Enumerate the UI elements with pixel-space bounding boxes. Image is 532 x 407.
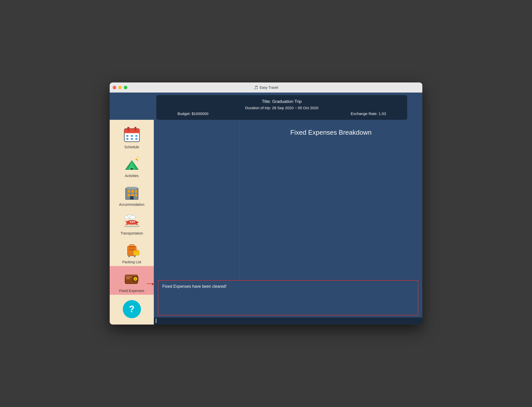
trip-budget-row: Budget: $1000000 Exchange Rate: 1.03 — [162, 111, 401, 116]
fixed-expenses-icon: $ — [122, 268, 142, 288]
titlebar: 🎵 Easy Travel — [110, 82, 422, 93]
left-panel — [154, 120, 240, 278]
arrow-line — [147, 283, 151, 284]
message-text: Fixed Expenses have been cleared! — [162, 284, 226, 288]
packing-list-label: Packing List — [122, 260, 141, 264]
window-title: 🎵 Easy Travel — [254, 85, 278, 90]
fixed-expenses-label: Fixed Expenses — [119, 289, 144, 293]
right-panel: Fixed Expenses Breakdown — [240, 120, 422, 278]
maximize-button[interactable] — [124, 86, 127, 89]
svg-rect-23 — [135, 194, 137, 196]
svg-rect-52 — [126, 278, 130, 279]
budget-info: Budget: $1000000 — [178, 111, 209, 116]
svg-rect-21 — [128, 194, 130, 196]
svg-rect-7 — [135, 135, 137, 137]
breakdown-title: Fixed Expenses Breakdown — [245, 125, 417, 140]
arrow-indicator: ▶ — [147, 282, 155, 286]
sidebar-item-packing-list[interactable]: Packing List — [110, 237, 154, 266]
svg-rect-10 — [135, 138, 137, 140]
sidebar-item-activities[interactable]: Activities — [110, 151, 154, 180]
svg-point-42 — [128, 255, 130, 257]
svg-rect-19 — [131, 190, 134, 193]
transportation-label: Transportation — [121, 231, 143, 235]
content-panel: Fixed Expenses Breakdown ▶ Fixed Expense… — [154, 120, 422, 325]
music-icon: 🎵 — [254, 85, 258, 90]
trip-duration: Duration of trip: 28 Sep 2020 ~ 05 Oct 2… — [162, 106, 401, 110]
sidebar-item-accommodation[interactable]: Accommodation — [110, 180, 154, 209]
close-button[interactable] — [113, 86, 116, 89]
svg-point-12 — [139, 159, 139, 159]
activities-label: Activities — [125, 174, 139, 178]
svg-rect-18 — [128, 190, 130, 193]
svg-rect-20 — [135, 190, 137, 193]
transportation-icon — [122, 211, 142, 231]
svg-rect-3 — [127, 127, 129, 131]
svg-rect-8 — [126, 138, 128, 140]
activities-icon — [122, 153, 142, 173]
sidebar: Schedule — [110, 120, 154, 325]
svg-rect-51 — [126, 277, 131, 278]
sidebar-item-transportation[interactable]: Transportation — [110, 209, 154, 237]
trip-header: Title: Graduation Trip Duration of trip:… — [156, 95, 407, 120]
main-content: Schedule — [110, 120, 422, 325]
trip-title: Title: Graduation Trip — [162, 99, 401, 104]
svg-rect-17 — [127, 187, 137, 189]
bottom-input[interactable] — [154, 317, 422, 325]
cursor — [156, 318, 156, 323]
svg-rect-6 — [131, 135, 133, 137]
app-window: 🎵 Easy Travel Title: Graduation Trip Dur… — [110, 82, 422, 325]
svg-rect-4 — [134, 127, 136, 131]
accommodation-label: Accommodation — [119, 202, 144, 207]
svg-point-32 — [130, 221, 131, 223]
svg-point-13 — [138, 156, 139, 157]
sidebar-item-schedule[interactable]: Schedule — [110, 122, 154, 151]
message-container: ▶ Fixed Expenses have been cleared! — [154, 278, 422, 317]
svg-rect-9 — [131, 138, 133, 140]
svg-point-34 — [133, 221, 135, 223]
svg-point-43 — [134, 255, 136, 257]
arrow-head: ▶ — [152, 282, 155, 286]
help-button[interactable]: ? — [123, 300, 141, 318]
svg-rect-22 — [131, 194, 134, 196]
schedule-label: Schedule — [124, 145, 139, 149]
exchange-info: Exchange Rate: 1.03 — [351, 111, 386, 116]
traffic-lights — [113, 86, 127, 89]
help-section: ? — [110, 296, 154, 322]
svg-rect-24 — [130, 196, 134, 199]
svg-text:$: $ — [135, 278, 136, 280]
content-top: Fixed Expenses Breakdown — [154, 120, 422, 278]
svg-point-35 — [136, 222, 138, 223]
svg-rect-5 — [126, 135, 128, 137]
sidebar-item-fixed-expenses[interactable]: $ Fixed Expenses — [110, 266, 154, 295]
svg-rect-40 — [129, 249, 135, 250]
svg-point-27 — [130, 216, 136, 219]
message-area: Fixed Expenses have been cleared! — [158, 280, 418, 315]
minimize-button[interactable] — [118, 86, 122, 89]
packing-list-icon — [122, 239, 142, 259]
svg-point-33 — [132, 221, 133, 223]
schedule-icon — [122, 124, 142, 144]
svg-rect-41 — [130, 246, 134, 246]
svg-point-11 — [137, 156, 138, 157]
svg-rect-2 — [124, 132, 139, 133]
accommodation-icon — [122, 182, 142, 202]
